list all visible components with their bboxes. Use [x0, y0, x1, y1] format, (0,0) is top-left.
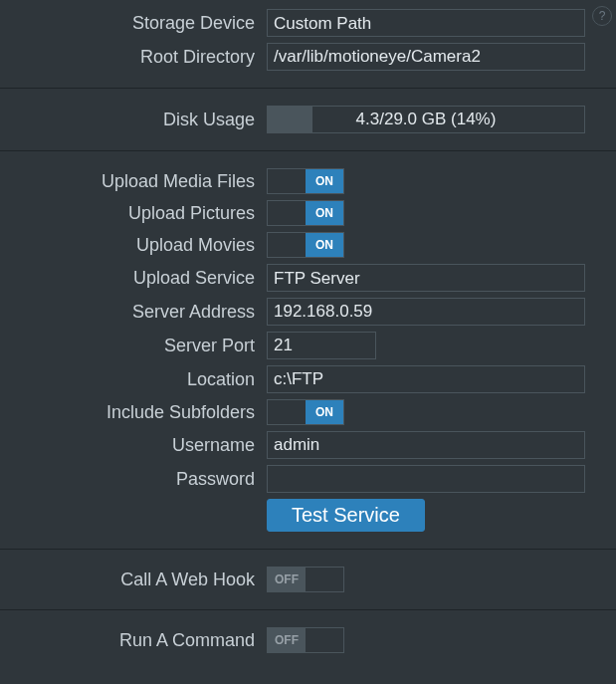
- run-command-toggle[interactable]: OFFON: [267, 627, 344, 653]
- username-label: Username: [6, 435, 267, 456]
- upload-service-label: Upload Service: [6, 268, 267, 289]
- webhook-label: Call A Web Hook: [6, 570, 267, 590]
- password-input[interactable]: [267, 465, 585, 493]
- upload-media-toggle[interactable]: OFFON: [267, 168, 344, 194]
- upload-media-label: Upload Media Files: [6, 171, 267, 192]
- server-port-label: Server Port: [6, 336, 267, 356]
- location-input[interactable]: [267, 365, 585, 393]
- username-input[interactable]: [267, 431, 585, 459]
- upload-movies-label: Upload Movies: [6, 235, 267, 256]
- upload-movies-toggle[interactable]: OFFON: [267, 232, 344, 258]
- test-service-button[interactable]: Test Service: [267, 499, 425, 532]
- include-subfolders-toggle[interactable]: OFFON: [267, 399, 344, 425]
- help-icon[interactable]: ?: [592, 6, 612, 26]
- server-address-input[interactable]: [267, 298, 585, 326]
- root-directory-input[interactable]: [267, 43, 585, 71]
- disk-usage-label: Disk Usage: [6, 110, 267, 130]
- webhook-toggle[interactable]: OFFON: [267, 567, 344, 592]
- include-subfolders-label: Include Subfolders: [6, 402, 267, 423]
- server-address-label: Server Address: [6, 302, 267, 323]
- upload-service-select[interactable]: FTP Server: [267, 264, 585, 292]
- storage-device-label: Storage Device: [6, 13, 267, 34]
- disk-usage-bar: 4.3/29.0 GB (14%): [267, 106, 585, 133]
- password-label: Password: [6, 469, 267, 490]
- location-label: Location: [6, 369, 267, 390]
- disk-usage-text: 4.3/29.0 GB (14%): [268, 107, 584, 132]
- upload-pictures-toggle[interactable]: OFFON: [267, 200, 344, 226]
- server-port-input[interactable]: [267, 332, 376, 359]
- run-command-label: Run A Command: [6, 630, 267, 651]
- storage-device-select[interactable]: Custom Path: [267, 9, 585, 37]
- root-directory-label: Root Directory: [6, 47, 267, 68]
- upload-pictures-label: Upload Pictures: [6, 203, 267, 224]
